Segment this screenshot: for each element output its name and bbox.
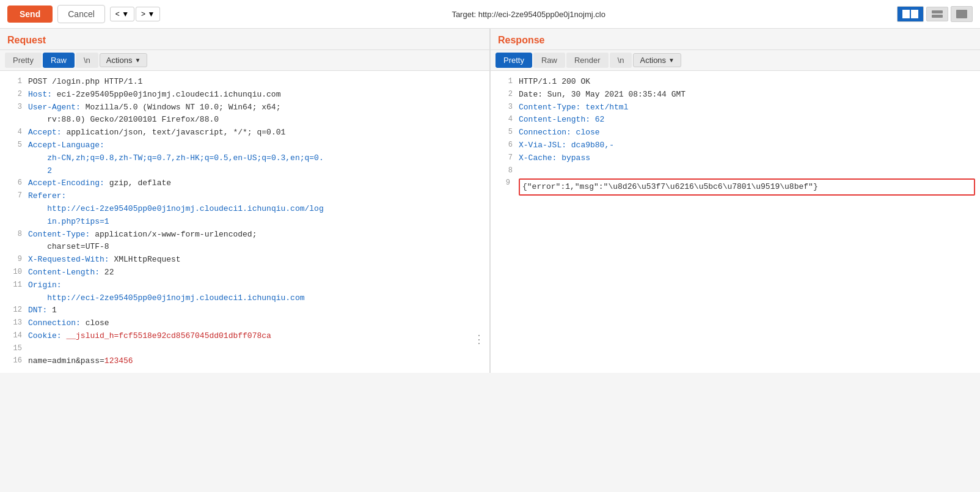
request-line-16: 16 name=admin&pass=123456 xyxy=(0,355,489,368)
request-line-5: 5 Accept-Language: zh-CN,zh;q=0.8,zh-TW;… xyxy=(0,139,489,177)
response-actions-dropdown[interactable]: Actions ▼ xyxy=(633,53,681,67)
request-line-3: 3 User-Agent: Mozilla/5.0 (Windows NT 10… xyxy=(0,101,489,127)
chevron-down-icon-response: ▼ xyxy=(668,57,675,64)
tab-request-raw[interactable]: Raw xyxy=(43,53,75,68)
request-line-13: 13 Connection: close xyxy=(0,317,489,330)
response-line-8: 8 xyxy=(491,165,980,177)
tab-response-pretty[interactable]: Pretty xyxy=(495,53,532,68)
request-line-9: 9 X-Requested-With: XMLHttpRequest xyxy=(0,254,489,266)
request-actions-dropdown[interactable]: Actions ▼ xyxy=(100,53,148,67)
highlighted-response-content: {"error":1,"msg":"\u8d26\u53f7\u6216\u5b… xyxy=(519,178,975,196)
request-line-2: 2 Host: eci-2ze95405pp0e0j1nojmj.cloudec… xyxy=(0,89,489,101)
request-line-6: 6 Accept-Encoding: gzip, deflate xyxy=(0,177,489,190)
single-view-button[interactable] xyxy=(951,6,973,22)
response-line-4: 4 Content-Length: 62 xyxy=(491,114,980,127)
tab-request-pretty[interactable]: Pretty xyxy=(5,53,42,68)
response-line-7: 7 X-Cache: bypass xyxy=(491,152,980,165)
response-line-2: 2 Date: Sun, 30 May 2021 08:35:44 GMT xyxy=(491,89,980,101)
response-tab-bar: Pretty Raw Render \n Actions ▼ xyxy=(491,50,980,71)
toolbar: Send Cancel < ▼ > ▼ Target: http://eci-2… xyxy=(0,0,980,29)
panels-container: Request Pretty Raw \n Actions ▼ 1 POST /… xyxy=(0,29,980,373)
split-view-button[interactable] xyxy=(897,6,924,22)
chevron-down-icon: ▼ xyxy=(134,57,141,64)
response-line-9: 9 {"error":1,"msg":"\u8d26\u53f7\u6216\u… xyxy=(491,177,980,197)
response-code-area[interactable]: 1 HTTP/1.1 200 OK 2 Date: Sun, 30 May 20… xyxy=(491,71,980,373)
request-title: Request xyxy=(0,29,489,50)
request-panel: Request Pretty Raw \n Actions ▼ 1 POST /… xyxy=(0,29,491,373)
request-line-7: 7 Referer: http://eci-2ze95405pp0e0j1noj… xyxy=(0,190,489,228)
request-tab-bar: Pretty Raw \n Actions ▼ xyxy=(0,50,489,71)
request-line-4: 4 Accept: application/json, text/javascr… xyxy=(0,127,489,139)
request-line-14: 14 Cookie: __jsluid_h=fcf5518e92cd856704… xyxy=(0,330,489,343)
target-url: Target: http://eci-2ze95405pp0e0j1nojmj.… xyxy=(452,10,605,19)
response-line-1: 1 HTTP/1.1 200 OK xyxy=(491,76,980,89)
nav-group: < ▼ > ▼ xyxy=(110,7,160,21)
tab-response-raw[interactable]: Raw xyxy=(533,53,565,68)
tab-response-render[interactable]: Render xyxy=(566,53,609,68)
context-menu-dots[interactable]: ⋮ xyxy=(474,331,485,349)
request-line-1: 1 POST /login.php HTTP/1.1 xyxy=(0,76,489,89)
forward-button[interactable]: > ▼ xyxy=(136,7,160,21)
response-panel: Response Pretty Raw Render \n Actions ▼ … xyxy=(491,29,980,373)
request-line-12: 12 DNT: 1 xyxy=(0,304,489,317)
cancel-button[interactable]: Cancel xyxy=(57,5,105,23)
send-button[interactable]: Send xyxy=(7,6,53,23)
request-code-area[interactable]: 1 POST /login.php HTTP/1.1 2 Host: eci-2… xyxy=(0,71,489,373)
request-line-15: 15 xyxy=(0,343,489,355)
response-title: Response xyxy=(491,29,980,50)
tab-request-newline[interactable]: \n xyxy=(76,53,98,68)
response-line-3: 3 Content-Type: text/html xyxy=(491,101,980,114)
tab-response-newline[interactable]: \n xyxy=(610,53,632,68)
horizontal-view-button[interactable] xyxy=(926,7,948,21)
response-line-6: 6 X-Via-JSL: dca9b80,- xyxy=(491,139,980,152)
request-line-11: 11 Origin: http://eci-2ze95405pp0e0j1noj… xyxy=(0,279,489,305)
response-line-5: 5 Connection: close xyxy=(491,127,980,139)
back-button[interactable]: < ▼ xyxy=(110,7,134,21)
view-toggle xyxy=(897,6,973,22)
request-line-8: 8 Content-Type: application/x-www-form-u… xyxy=(0,229,489,254)
request-line-10: 10 Content-Length: 22 xyxy=(0,266,489,279)
